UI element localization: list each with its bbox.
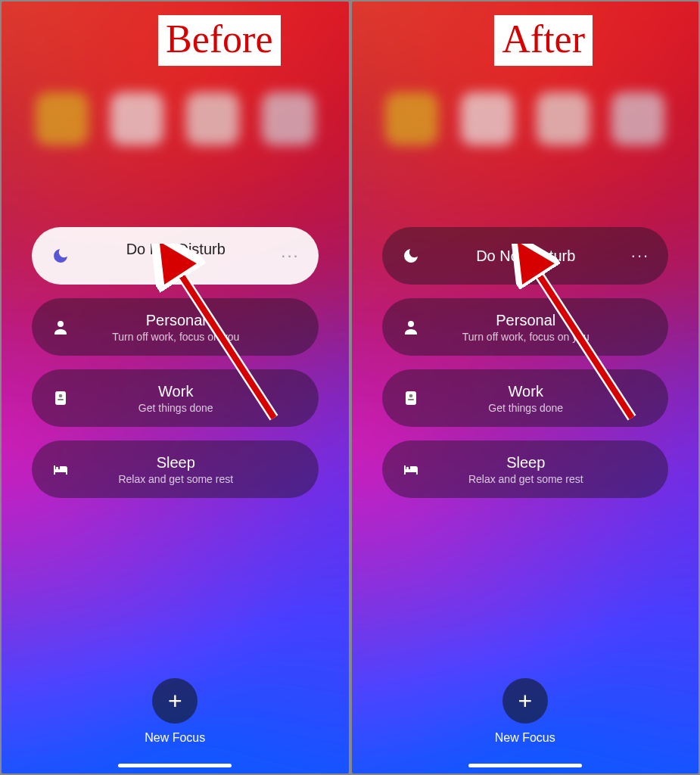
focus-item-subtitle: Turn off work, focus on you	[431, 331, 622, 343]
focus-item-text: Do Not Disturb	[423, 247, 630, 265]
focus-item-title: Work	[431, 383, 622, 400]
focus-item-title: Do Not Disturb	[431, 247, 622, 265]
focus-item-text: SleepRelax and get some rest	[73, 454, 279, 485]
focus-item-title: Sleep	[80, 454, 272, 472]
focus-item-text: WorkGet things done	[423, 383, 630, 414]
blurred-app-icon	[186, 92, 239, 145]
focus-item-text: SleepRelax and get some rest	[423, 454, 630, 485]
focus-item-title: Sleep	[431, 454, 622, 472]
focus-mode-list: Do Not Disturb···PersonalTurn off work, …	[382, 227, 669, 498]
plus-icon: +	[168, 687, 182, 715]
home-indicator[interactable]	[118, 764, 232, 767]
svg-point-0	[58, 321, 64, 327]
badge-icon	[399, 389, 423, 407]
focus-item-subtitle: On	[80, 260, 272, 272]
focus-item-subtitle: Get things done	[431, 402, 622, 414]
blurred-app-icon	[385, 92, 438, 145]
focus-item-do-not-disturb[interactable]: Do Not DisturbOn···	[32, 227, 319, 285]
focus-item-title: Personal	[80, 312, 272, 329]
new-focus-button[interactable]: +	[152, 678, 198, 724]
focus-item-title: Personal	[431, 312, 622, 329]
blurred-app-icon	[611, 92, 664, 145]
focus-item-work[interactable]: WorkGet things done	[32, 369, 319, 427]
blurred-app-icon	[537, 92, 590, 145]
new-focus-button[interactable]: +	[502, 678, 548, 724]
focus-item-do-not-disturb[interactable]: Do Not Disturb···	[382, 227, 669, 285]
focus-item-sleep[interactable]: SleepRelax and get some rest	[32, 440, 319, 498]
svg-point-11	[406, 467, 409, 470]
blurred-app-icon	[461, 92, 514, 145]
focus-item-text: PersonalTurn off work, focus on you	[73, 312, 279, 343]
new-focus-section: + New Focus	[2, 678, 349, 745]
blurred-app-icon	[36, 92, 89, 145]
svg-rect-10	[408, 399, 414, 400]
focus-item-work[interactable]: WorkGet things done	[382, 369, 669, 427]
svg-point-9	[409, 394, 412, 398]
homescreen-icon-row	[352, 92, 699, 145]
focus-item-text: WorkGet things done	[73, 383, 279, 414]
svg-point-4	[56, 467, 59, 470]
focus-item-personal[interactable]: PersonalTurn off work, focus on you	[382, 298, 669, 356]
home-indicator[interactable]	[468, 764, 582, 767]
bed-icon	[48, 460, 73, 478]
new-focus-label: New Focus	[145, 731, 205, 745]
plus-icon: +	[518, 687, 532, 715]
more-icon[interactable]: ···	[629, 246, 652, 266]
bed-icon	[399, 460, 423, 478]
focus-item-sleep[interactable]: SleepRelax and get some rest	[382, 440, 669, 498]
before-label: Before	[158, 15, 280, 66]
focus-item-subtitle: Relax and get some rest	[431, 473, 622, 485]
homescreen-icon-row	[2, 92, 349, 145]
focus-item-title: Do Not Disturb	[80, 241, 272, 258]
svg-rect-1	[55, 391, 66, 405]
after-panel: After Do Not Disturb···PersonalTurn off …	[352, 2, 699, 773]
svg-point-7	[408, 321, 414, 327]
before-panel: Before Do Not DisturbOn···PersonalTurn o…	[2, 2, 349, 773]
badge-icon	[48, 389, 73, 407]
focus-item-title: Work	[80, 383, 272, 400]
new-focus-section: + New Focus	[352, 678, 699, 745]
moon-icon	[48, 247, 73, 265]
blurred-app-icon	[262, 92, 315, 145]
svg-rect-8	[406, 391, 416, 405]
new-focus-label: New Focus	[495, 731, 555, 745]
focus-item-subtitle: Get things done	[80, 402, 272, 414]
blurred-app-icon	[110, 92, 163, 145]
focus-item-text: Do Not DisturbOn	[73, 241, 279, 272]
person-icon	[48, 318, 73, 336]
more-icon[interactable]: ···	[279, 246, 302, 266]
focus-item-subtitle: Turn off work, focus on you	[80, 331, 272, 343]
after-label: After	[494, 15, 593, 66]
focus-item-personal[interactable]: PersonalTurn off work, focus on you	[32, 298, 319, 356]
focus-item-subtitle: Relax and get some rest	[80, 473, 272, 485]
focus-mode-list: Do Not DisturbOn···PersonalTurn off work…	[32, 227, 319, 498]
svg-rect-3	[58, 399, 64, 400]
moon-icon	[399, 247, 423, 265]
svg-point-2	[59, 394, 63, 398]
focus-item-text: PersonalTurn off work, focus on you	[423, 312, 630, 343]
person-icon	[399, 318, 423, 336]
